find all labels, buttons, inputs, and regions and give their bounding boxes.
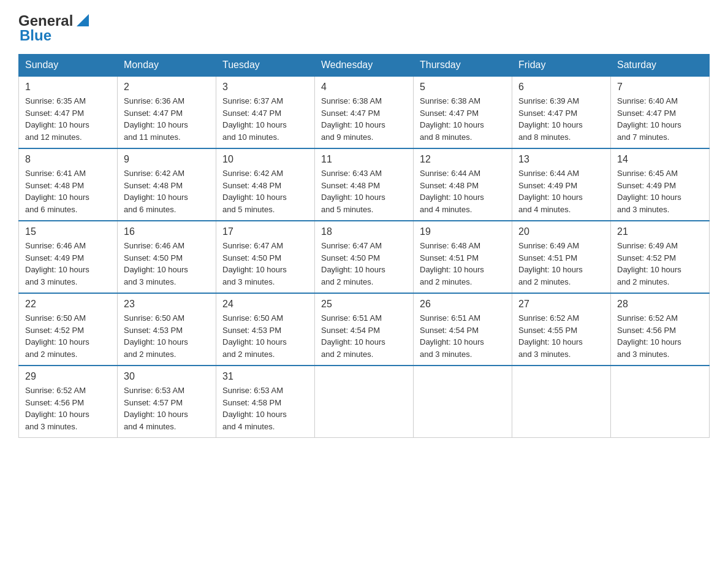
day-number: 18 xyxy=(321,226,407,237)
calendar-cell xyxy=(611,366,710,438)
calendar-cell: 3 Sunrise: 6:37 AM Sunset: 4:47 PM Dayli… xyxy=(216,76,315,148)
calendar-cell: 13 Sunrise: 6:44 AM Sunset: 4:49 PM Dayl… xyxy=(512,148,611,221)
calendar-cell: 20 Sunrise: 6:49 AM Sunset: 4:51 PM Dayl… xyxy=(512,221,611,293)
day-info: Sunrise: 6:50 AM Sunset: 4:52 PM Dayligh… xyxy=(25,312,111,360)
day-number: 4 xyxy=(321,82,407,93)
day-number: 1 xyxy=(25,82,111,93)
calendar-header-row: SundayMondayTuesdayWednesdayThursdayFrid… xyxy=(19,55,710,77)
col-header-monday: Monday xyxy=(118,55,216,77)
day-number: 7 xyxy=(617,82,703,93)
day-number: 8 xyxy=(25,154,111,165)
calendar-cell: 28 Sunrise: 6:52 AM Sunset: 4:56 PM Dayl… xyxy=(611,293,710,366)
day-info: Sunrise: 6:40 AM Sunset: 4:47 PM Dayligh… xyxy=(617,95,703,143)
day-info: Sunrise: 6:45 AM Sunset: 4:49 PM Dayligh… xyxy=(617,167,703,215)
day-info: Sunrise: 6:37 AM Sunset: 4:47 PM Dayligh… xyxy=(222,95,308,143)
calendar-cell: 29 Sunrise: 6:52 AM Sunset: 4:56 PM Dayl… xyxy=(19,366,118,438)
day-info: Sunrise: 6:48 AM Sunset: 4:51 PM Dayligh… xyxy=(420,240,506,288)
day-info: Sunrise: 6:47 AM Sunset: 4:50 PM Dayligh… xyxy=(321,240,407,288)
col-header-wednesday: Wednesday xyxy=(315,55,414,77)
day-info: Sunrise: 6:42 AM Sunset: 4:48 PM Dayligh… xyxy=(222,167,308,215)
col-header-friday: Friday xyxy=(512,55,611,77)
logo-blue-text: Blue xyxy=(20,27,51,44)
calendar-week-row: 1 Sunrise: 6:35 AM Sunset: 4:47 PM Dayli… xyxy=(19,76,710,148)
page-header: General Blue xyxy=(18,12,710,44)
calendar-cell: 11 Sunrise: 6:43 AM Sunset: 4:48 PM Dayl… xyxy=(315,148,414,221)
day-number: 17 xyxy=(222,226,308,237)
calendar-cell: 19 Sunrise: 6:48 AM Sunset: 4:51 PM Dayl… xyxy=(414,221,512,293)
day-info: Sunrise: 6:41 AM Sunset: 4:48 PM Dayligh… xyxy=(25,167,111,215)
calendar-cell: 25 Sunrise: 6:51 AM Sunset: 4:54 PM Dayl… xyxy=(315,293,414,366)
day-info: Sunrise: 6:52 AM Sunset: 4:55 PM Dayligh… xyxy=(518,312,604,360)
day-number: 14 xyxy=(617,154,703,165)
calendar-table: SundayMondayTuesdayWednesdayThursdayFrid… xyxy=(18,54,710,438)
day-number: 23 xyxy=(124,299,210,310)
calendar-cell: 30 Sunrise: 6:53 AM Sunset: 4:57 PM Dayl… xyxy=(118,366,216,438)
calendar-cell: 31 Sunrise: 6:53 AM Sunset: 4:58 PM Dayl… xyxy=(216,366,315,438)
day-number: 31 xyxy=(222,371,308,382)
calendar-week-row: 22 Sunrise: 6:50 AM Sunset: 4:52 PM Dayl… xyxy=(19,293,710,366)
calendar-cell: 1 Sunrise: 6:35 AM Sunset: 4:47 PM Dayli… xyxy=(19,76,118,148)
calendar-cell: 27 Sunrise: 6:52 AM Sunset: 4:55 PM Dayl… xyxy=(512,293,611,366)
day-number: 29 xyxy=(25,371,111,382)
day-number: 12 xyxy=(420,154,506,165)
day-number: 20 xyxy=(518,226,604,237)
calendar-cell: 10 Sunrise: 6:42 AM Sunset: 4:48 PM Dayl… xyxy=(216,148,315,221)
day-info: Sunrise: 6:43 AM Sunset: 4:48 PM Dayligh… xyxy=(321,167,407,215)
calendar-cell: 12 Sunrise: 6:44 AM Sunset: 4:48 PM Dayl… xyxy=(414,148,512,221)
day-number: 13 xyxy=(518,154,604,165)
day-info: Sunrise: 6:52 AM Sunset: 4:56 PM Dayligh… xyxy=(25,385,111,432)
day-number: 16 xyxy=(124,226,210,237)
calendar-cell: 17 Sunrise: 6:47 AM Sunset: 4:50 PM Dayl… xyxy=(216,221,315,293)
day-number: 26 xyxy=(420,299,506,310)
col-header-tuesday: Tuesday xyxy=(216,55,315,77)
calendar-cell: 6 Sunrise: 6:39 AM Sunset: 4:47 PM Dayli… xyxy=(512,76,611,148)
calendar-week-row: 15 Sunrise: 6:46 AM Sunset: 4:49 PM Dayl… xyxy=(19,221,710,293)
col-header-saturday: Saturday xyxy=(611,55,710,77)
day-info: Sunrise: 6:39 AM Sunset: 4:47 PM Dayligh… xyxy=(518,95,604,143)
calendar-cell: 5 Sunrise: 6:38 AM Sunset: 4:47 PM Dayli… xyxy=(414,76,512,148)
logo-triangle-icon xyxy=(74,12,91,29)
day-number: 5 xyxy=(420,82,506,93)
day-info: Sunrise: 6:44 AM Sunset: 4:49 PM Dayligh… xyxy=(518,167,604,215)
day-info: Sunrise: 6:49 AM Sunset: 4:52 PM Dayligh… xyxy=(617,240,703,288)
calendar-cell: 24 Sunrise: 6:50 AM Sunset: 4:53 PM Dayl… xyxy=(216,293,315,366)
day-number: 3 xyxy=(222,82,308,93)
calendar-cell xyxy=(414,366,512,438)
calendar-week-row: 29 Sunrise: 6:52 AM Sunset: 4:56 PM Dayl… xyxy=(19,366,710,438)
day-info: Sunrise: 6:46 AM Sunset: 4:50 PM Dayligh… xyxy=(124,240,210,288)
day-info: Sunrise: 6:38 AM Sunset: 4:47 PM Dayligh… xyxy=(420,95,506,143)
day-info: Sunrise: 6:53 AM Sunset: 4:57 PM Dayligh… xyxy=(124,385,210,432)
day-number: 15 xyxy=(25,226,111,237)
calendar-cell: 14 Sunrise: 6:45 AM Sunset: 4:49 PM Dayl… xyxy=(611,148,710,221)
day-number: 28 xyxy=(617,299,703,310)
calendar-cell: 18 Sunrise: 6:47 AM Sunset: 4:50 PM Dayl… xyxy=(315,221,414,293)
calendar-cell xyxy=(512,366,611,438)
calendar-cell: 23 Sunrise: 6:50 AM Sunset: 4:53 PM Dayl… xyxy=(118,293,216,366)
svg-marker-0 xyxy=(77,14,89,26)
day-info: Sunrise: 6:50 AM Sunset: 4:53 PM Dayligh… xyxy=(222,312,308,360)
day-info: Sunrise: 6:35 AM Sunset: 4:47 PM Dayligh… xyxy=(25,95,111,143)
calendar-cell: 22 Sunrise: 6:50 AM Sunset: 4:52 PM Dayl… xyxy=(19,293,118,366)
calendar-cell: 2 Sunrise: 6:36 AM Sunset: 4:47 PM Dayli… xyxy=(118,76,216,148)
day-number: 2 xyxy=(124,82,210,93)
day-info: Sunrise: 6:47 AM Sunset: 4:50 PM Dayligh… xyxy=(222,240,308,288)
calendar-cell: 7 Sunrise: 6:40 AM Sunset: 4:47 PM Dayli… xyxy=(611,76,710,148)
day-number: 22 xyxy=(25,299,111,310)
day-number: 10 xyxy=(222,154,308,165)
calendar-cell: 26 Sunrise: 6:51 AM Sunset: 4:54 PM Dayl… xyxy=(414,293,512,366)
day-number: 19 xyxy=(420,226,506,237)
day-info: Sunrise: 6:50 AM Sunset: 4:53 PM Dayligh… xyxy=(124,312,210,360)
day-number: 27 xyxy=(518,299,604,310)
day-info: Sunrise: 6:42 AM Sunset: 4:48 PM Dayligh… xyxy=(124,167,210,215)
day-info: Sunrise: 6:46 AM Sunset: 4:49 PM Dayligh… xyxy=(25,240,111,288)
col-header-thursday: Thursday xyxy=(414,55,512,77)
calendar-cell: 21 Sunrise: 6:49 AM Sunset: 4:52 PM Dayl… xyxy=(611,221,710,293)
calendar-cell: 4 Sunrise: 6:38 AM Sunset: 4:47 PM Dayli… xyxy=(315,76,414,148)
day-number: 6 xyxy=(518,82,604,93)
day-info: Sunrise: 6:53 AM Sunset: 4:58 PM Dayligh… xyxy=(222,385,308,432)
day-number: 30 xyxy=(124,371,210,382)
calendar-cell: 16 Sunrise: 6:46 AM Sunset: 4:50 PM Dayl… xyxy=(118,221,216,293)
day-info: Sunrise: 6:49 AM Sunset: 4:51 PM Dayligh… xyxy=(518,240,604,288)
calendar-cell xyxy=(315,366,414,438)
calendar-cell: 9 Sunrise: 6:42 AM Sunset: 4:48 PM Dayli… xyxy=(118,148,216,221)
